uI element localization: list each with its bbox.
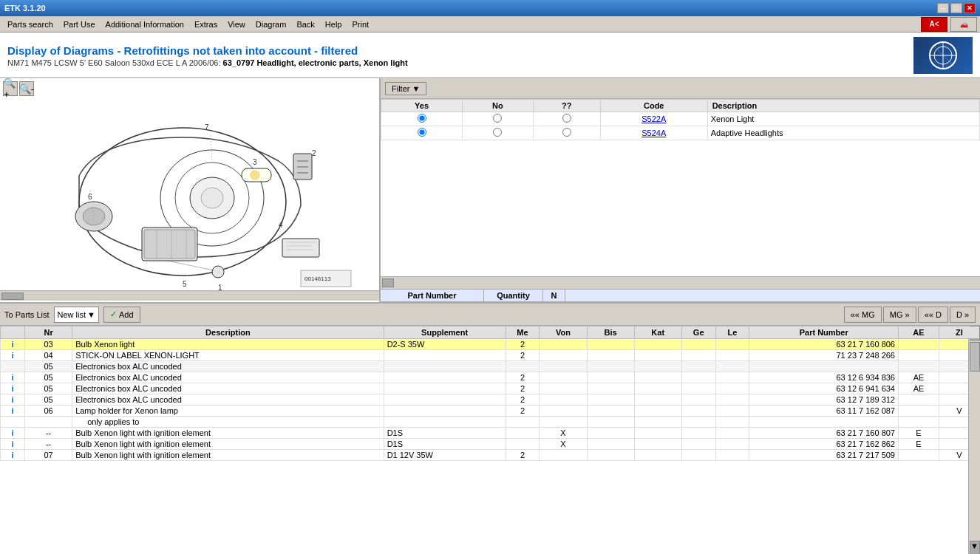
table-cell [634, 383, 681, 394]
filter-qq-radio-2[interactable] [533, 126, 600, 140]
menu-additional-info[interactable]: Additional Information [101, 18, 188, 30]
filter-button[interactable]: Filter ▼ [385, 82, 426, 95]
table-cell [540, 450, 587, 461]
right-scrollbar[interactable] [381, 276, 980, 290]
nav-mg-next-button[interactable]: MG » [883, 307, 916, 323]
filter-desc-1: Xenon Light [707, 112, 979, 126]
zoom-out-button[interactable]: 🔍- [19, 81, 34, 96]
table-cell [506, 417, 540, 428]
table-cell[interactable]: i [1, 406, 25, 417]
menu-view[interactable]: View [223, 18, 250, 30]
col-hdr-von: Von [540, 326, 587, 339]
filter-no-radio-1[interactable] [463, 112, 533, 126]
maximize-button[interactable]: □ [950, 3, 962, 13]
table-cell [715, 450, 749, 461]
filter-qq-radio-1[interactable] [533, 112, 600, 126]
table-cell[interactable]: i [1, 439, 25, 450]
scrollbar-thumb[interactable] [970, 342, 980, 372]
table-cell: X [540, 439, 587, 450]
scroll-thumb[interactable] [382, 278, 394, 287]
table-cell [384, 383, 506, 394]
table-cell: 2 [506, 372, 540, 383]
toolbar-icon-2[interactable]: 🚗 [950, 17, 977, 32]
table-cell[interactable]: i [1, 394, 25, 406]
table-cell: 05 [24, 394, 72, 406]
table-cell[interactable]: i [1, 428, 25, 439]
toolbar-icon-1[interactable]: A< [921, 17, 947, 32]
table-cell: AE [899, 383, 939, 394]
table-cell: 2 [506, 406, 540, 417]
menu-extras[interactable]: Extras [190, 18, 222, 30]
table-cell[interactable]: i [1, 450, 25, 461]
filter-col-desc: Description [707, 100, 979, 112]
filter-desc-2: Adaptive Headlights [707, 126, 979, 140]
table-cell: 63 11 7 162 087 [749, 406, 899, 417]
menu-print[interactable]: Print [347, 18, 373, 30]
filter-no-radio-2[interactable] [463, 126, 533, 140]
table-cell [540, 406, 587, 417]
col-hdr-partnum: Part Number [749, 326, 899, 339]
table-cell [715, 372, 749, 383]
svg-rect-2 [20, 87, 360, 294]
table-cell: only applies to [72, 417, 384, 428]
diagram-scrollbar[interactable] [0, 290, 379, 301]
new-list-dropdown[interactable]: New list ▼ [54, 307, 99, 323]
table-cell [681, 339, 715, 350]
svg-rect-9 [144, 230, 195, 259]
zoom-in-button[interactable]: 🔍+ [3, 81, 18, 96]
col-hdr-info [1, 326, 25, 339]
nav-d-next-button[interactable]: D » [950, 307, 976, 323]
menu-bar: Parts search Part Use Additional Informa… [0, 16, 980, 33]
table-cell: D1S [384, 439, 506, 450]
table-row: i--Bulb Xenon light with ignition elemen… [1, 428, 980, 439]
app-title: ETK 3.1.20 [4, 4, 46, 13]
table-cell: Electronics box ALC uncoded [72, 394, 384, 406]
parts-sub-header: Part Number Quantity N [381, 290, 980, 302]
nav-d-prev-button[interactable]: «« D [918, 307, 948, 323]
menu-help[interactable]: Help [321, 18, 347, 30]
table-cell [681, 417, 715, 428]
table-cell [899, 406, 939, 417]
table-cell [587, 350, 634, 361]
minimize-button[interactable]: ─ [937, 3, 949, 13]
table-cell: 63 21 7 217 509 [749, 450, 899, 461]
parts-table-header: Nr Description Supplement Me Von Bis Kat… [1, 326, 980, 339]
table-cell: STICK-ON LABEL XENON-LIGHT [72, 350, 384, 361]
close-button[interactable]: ✕ [964, 3, 976, 13]
menu-part-use[interactable]: Part Use [59, 18, 100, 30]
table-cell [899, 339, 939, 350]
table-cell [587, 383, 634, 394]
table-cell [587, 372, 634, 383]
table-scrollbar[interactable]: ▲ ▼ [968, 326, 980, 554]
table-cell[interactable]: i [1, 372, 25, 383]
filter-code-1[interactable]: S522A [600, 112, 707, 126]
table-cell: 04 [24, 350, 72, 361]
add-button[interactable]: ✓ Add [103, 307, 140, 323]
filter-yes-radio-1[interactable] [381, 112, 463, 126]
svg-rect-21 [282, 239, 319, 257]
table-row: i07Bulb Xenon light with ignition elemen… [1, 450, 980, 461]
zoom-controls: 🔍+ 🔍- [3, 81, 34, 96]
table-cell [587, 450, 634, 461]
table-cell[interactable]: i [1, 339, 25, 350]
menu-parts-search[interactable]: Parts search [3, 18, 58, 30]
table-cell[interactable]: i [1, 383, 25, 394]
right-top: Filter ▼ Yes No ?? Code Description [381, 78, 980, 302]
filter-code-2[interactable]: S524A [600, 126, 707, 140]
table-cell [899, 361, 939, 372]
svg-point-7 [201, 188, 223, 208]
table-row: only applies to [1, 417, 980, 428]
main-split: 🔍+ 🔍- [0, 78, 980, 304]
table-cell[interactable]: i [1, 350, 25, 361]
scrollbar-down-btn[interactable]: ▼ [970, 541, 980, 554]
filter-section: Yes No ?? Code Description S522A [381, 99, 980, 276]
table-cell: Electronics box ALC uncoded [72, 372, 384, 383]
menu-back[interactable]: Back [292, 18, 319, 30]
nav-mg-prev-button[interactable]: «« MG [844, 307, 882, 323]
menu-diagram[interactable]: Diagram [251, 18, 291, 30]
parts-table: Nr Description Supplement Me Von Bis Kat… [0, 326, 980, 461]
filter-col-code: Code [600, 100, 707, 112]
parts-table-wrapper[interactable]: Nr Description Supplement Me Von Bis Kat… [0, 326, 980, 554]
col-hdr-ae: AE [899, 326, 939, 339]
filter-yes-radio-2[interactable] [381, 126, 463, 140]
